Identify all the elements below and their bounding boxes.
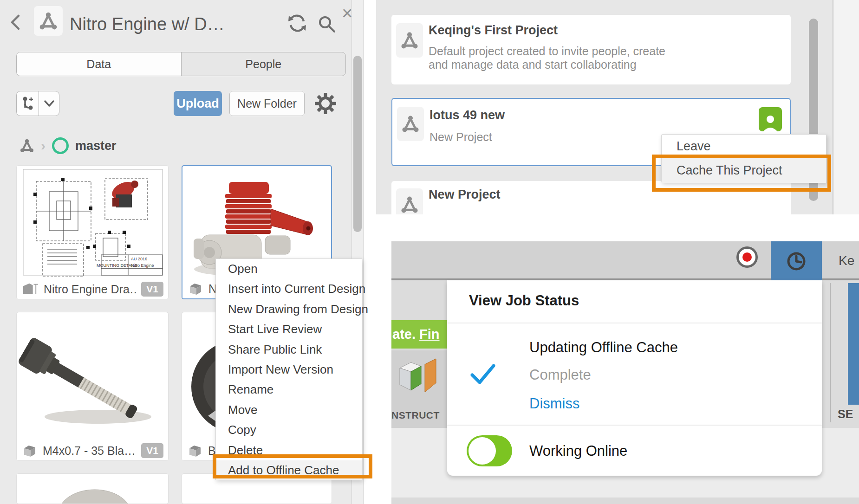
project-icon <box>400 31 419 50</box>
upload-label: Upload <box>176 97 219 111</box>
drawing-thumbnail: MOUNTING DETAILS AU 2016 Nitro Engine <box>17 166 169 280</box>
panel-tabs: Data People <box>16 52 346 76</box>
design-file-icon <box>21 444 38 458</box>
tab-people[interactable]: People <box>182 52 346 76</box>
project-root-icon[interactable] <box>20 138 34 153</box>
card-label-row: M4x0.7 - 35 Bla… V1 <box>17 441 168 460</box>
branch-status-icon <box>52 137 69 154</box>
menu-item-open[interactable]: Open <box>216 259 362 279</box>
project-icon <box>39 11 58 31</box>
person-icon <box>762 114 779 131</box>
job-state: Complete <box>529 367 591 383</box>
menu-item-copy[interactable]: Copy <box>216 420 362 440</box>
complete-check-icon <box>470 363 496 385</box>
tab-data-label: Data <box>86 58 111 71</box>
search-button[interactable] <box>317 14 337 34</box>
gear-icon <box>314 92 337 115</box>
drawing-file-icon <box>21 282 39 297</box>
job-status-tab[interactable] <box>771 241 822 281</box>
menu-item-share-public-link[interactable]: Share Public Link <box>216 340 362 360</box>
project-icon-tile <box>397 107 424 141</box>
file-context-menu: Open Insert into Current Design New Draw… <box>215 258 362 480</box>
new-folder-button[interactable]: New Folder <box>229 91 305 116</box>
breadcrumb-separator: › <box>41 138 46 154</box>
project-description-line2: and manage data and start collaborating <box>429 58 637 71</box>
notification-text-fragment: ate. <box>392 327 419 342</box>
upload-button[interactable]: Upload <box>174 91 222 116</box>
search-icon <box>317 14 337 34</box>
chevron-down-icon <box>44 100 55 107</box>
close-button[interactable]: × <box>342 3 352 24</box>
project-description-line1: Default project created to invite people… <box>429 45 665 58</box>
working-online-label: Working Online <box>529 443 627 459</box>
version-badge[interactable]: V1 <box>141 282 163 297</box>
part-thumbnail <box>17 474 169 504</box>
selected-tool-tile[interactable] <box>848 283 859 405</box>
project-description-line1: New Project <box>430 130 492 144</box>
file-name: M4x0.7 - 35 Bla… <box>43 444 137 458</box>
construct-icon[interactable] <box>395 354 442 407</box>
record-dot-icon <box>742 252 752 262</box>
project-card-keqing[interactable]: Keqing's First Project Default project c… <box>391 15 791 84</box>
clock-icon <box>786 251 807 272</box>
menu-item-start-live-review[interactable]: Start Live Review <box>216 319 362 339</box>
project-icon-tile <box>396 188 423 214</box>
title-block-row2: Nitro Engine <box>131 263 154 268</box>
job-status-panel: View Job Status Updating Offline Cache C… <box>447 280 822 476</box>
title-separator <box>447 323 822 323</box>
design-file-icon <box>187 444 203 458</box>
construct-panel-label: NSTRUCT <box>391 410 447 421</box>
menu-item-import-new-version[interactable]: Import New Version <box>216 360 362 380</box>
project-icon-tile <box>34 6 63 36</box>
branch-button-group <box>16 91 59 116</box>
dismiss-link[interactable]: Dismiss <box>529 395 580 412</box>
refresh-icon <box>286 12 308 34</box>
file-card-bolt[interactable]: M4x0.7 - 35 Bla… V1 <box>16 312 169 461</box>
branch-dropdown-button[interactable] <box>39 91 59 116</box>
branch-plus-icon <box>21 96 35 111</box>
bolt-thumbnail <box>17 312 169 440</box>
working-online-toggle[interactable] <box>467 435 512 466</box>
canvas-edge-band <box>391 498 859 504</box>
job-name: Updating Offline Cache <box>529 339 678 356</box>
member-status-icon[interactable] <box>759 107 782 131</box>
highlight-add-to-offline-cache <box>213 454 372 478</box>
select-panel-label: SE <box>838 407 853 421</box>
construct-panel-block: NSTRUCT <box>391 350 447 428</box>
menu-item-rename[interactable]: Rename <box>216 380 362 400</box>
thumbnail-prev-arrow[interactable] <box>208 410 216 421</box>
project-icon <box>400 195 419 214</box>
toggle-knob <box>469 437 496 465</box>
breadcrumb-branch-label[interactable]: master <box>75 139 117 153</box>
notification-bar: ate. Fin <box>391 320 447 349</box>
menu-item-move[interactable]: Move <box>216 400 362 420</box>
file-name: Nitro Engine Dra… <box>44 283 137 296</box>
file-card-partial-left[interactable] <box>16 473 169 504</box>
new-folder-label: New Folder <box>237 97 297 110</box>
section-separator <box>447 425 822 426</box>
settings-button[interactable] <box>314 92 337 115</box>
project-icon-tile <box>396 23 423 58</box>
card-label-row: Nitro Engine Dra… V1 <box>17 279 168 299</box>
record-button[interactable] <box>736 246 758 268</box>
user-name[interactable]: Ke <box>839 253 854 268</box>
project-title: New Project <box>429 187 501 202</box>
toolbar-divider <box>830 283 831 422</box>
version-badge[interactable]: V1 <box>141 443 163 458</box>
back-button[interactable] <box>8 13 22 32</box>
refresh-button[interactable] <box>286 12 308 34</box>
title-block-row1: AU 2016 <box>131 257 147 261</box>
tab-data[interactable]: Data <box>17 52 182 76</box>
tab-people-label: People <box>245 58 281 71</box>
file-card-nitro-drawing[interactable]: MOUNTING DETAILS AU 2016 Nitro Engine Ni… <box>16 165 169 299</box>
design-file-icon <box>187 282 204 296</box>
data-panel: Nitro Engine w/ D… × Data People Upload … <box>0 0 364 504</box>
branch-button[interactable] <box>17 91 39 116</box>
menu-item-new-drawing-from-design[interactable]: New Drawing from Design <box>216 299 362 319</box>
notification-link[interactable]: Fin <box>419 327 440 342</box>
highlight-cache-this-project <box>652 155 831 192</box>
menu-item-insert-into-current-design[interactable]: Insert into Current Design <box>216 279 362 299</box>
project-title: Keqing's First Project <box>429 23 558 38</box>
panel-scrollbar-thumb[interactable] <box>353 56 362 232</box>
project-icon <box>401 115 420 133</box>
